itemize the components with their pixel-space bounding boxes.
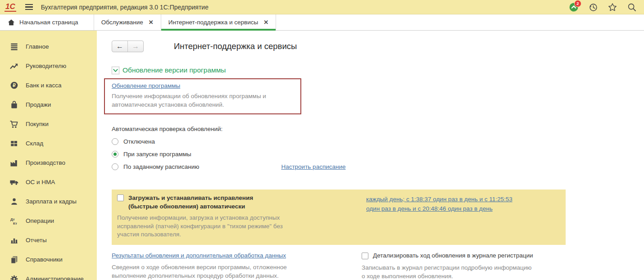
shopping-bag-icon	[9, 100, 19, 109]
shopping-cart-icon	[9, 120, 19, 129]
sidebar-item-label: Справочники	[26, 256, 63, 263]
sidebar-item-rukovoditelyu[interactable]: Руководителю	[0, 56, 97, 76]
collapse-chevron-icon[interactable]	[112, 67, 119, 74]
books-icon	[9, 255, 19, 264]
app-title: Бухгалтерия предприятия, редакция 3.0 1С…	[41, 4, 209, 11]
sidebar-item-pokupki[interactable]: Покупки	[0, 114, 97, 134]
dt-kt-icon: Дт Кт	[9, 217, 19, 226]
tab-label: Интернет-поддержка и сервисы	[168, 19, 258, 26]
trend-up-icon	[9, 62, 19, 71]
checkbox	[117, 194, 124, 201]
auto-check-label: Автоматическая проверка обновлений:	[112, 126, 644, 132]
tab-label: Начальная страница	[19, 19, 78, 26]
sidebar-item-label: Склад	[26, 140, 43, 147]
section-title: Обновление версии программы	[122, 66, 226, 74]
sidebar-item-spravochniki[interactable]: Справочники	[0, 250, 97, 269]
sidebar-item-operacii[interactable]: Дт Кт Операции	[0, 211, 97, 230]
section-panel: Главное Руководителю ₽ Банк и касса	[0, 31, 97, 280]
tab-bar: Начальная страница Обслуживание ✕ Интерн…	[0, 14, 644, 31]
tab-label: Обслуживание	[101, 19, 143, 26]
sidebar-item-proizvodstvo[interactable]: Производство	[0, 153, 97, 172]
person-icon	[9, 197, 19, 206]
1c-logo-icon: 1С	[5, 2, 16, 12]
section-header-update[interactable]: Обновление версии программы	[112, 66, 644, 74]
app-topbar: 1С Бухгалтерия предприятия, редакция 3.0…	[0, 0, 644, 14]
sidebar-item-label: Продажи	[26, 101, 51, 108]
update-program-description: Получение информации об обновлениях прог…	[112, 92, 293, 109]
update-results-link[interactable]: Результаты обновления и дополнительная о…	[112, 252, 286, 259]
tab-home[interactable]: Начальная страница	[0, 14, 94, 30]
bar-chart-icon	[9, 236, 19, 245]
sidebar-item-label: Руководителю	[26, 63, 66, 69]
main-menu-icon[interactable]	[25, 4, 33, 10]
topbar-icons: 2	[569, 2, 644, 12]
sidebar-item-label: Покупки	[26, 121, 49, 127]
radio-button	[112, 151, 118, 158]
sidebar-item-zarplata-i-kadry[interactable]: Зарплата и кадры	[0, 192, 97, 211]
search-icon[interactable]	[627, 2, 637, 12]
sidebar-item-label: Главное	[26, 43, 49, 50]
update-program-link[interactable]: Обновление программы	[112, 82, 180, 89]
back-button[interactable]: ←	[112, 41, 127, 52]
close-icon[interactable]: ✕	[263, 19, 268, 25]
sidebar-item-sklad[interactable]: Склад	[0, 134, 97, 153]
notifications-icon[interactable]: 2	[569, 2, 579, 12]
close-icon[interactable]: ✕	[149, 19, 154, 25]
page-title: Интернет-поддержка и сервисы	[174, 41, 297, 51]
sidebar-item-label: Администрирование	[26, 275, 84, 280]
red-annotation-box: Обновление программы Получение информаци…	[104, 78, 301, 114]
configure-schedule-link[interactable]: Настроить расписание	[281, 163, 345, 170]
update-results-description: Сведения о ходе обновления версии програ…	[112, 263, 362, 280]
grid-icon	[9, 139, 19, 148]
sidebar-item-glavnoe[interactable]: Главное	[0, 37, 97, 56]
sidebar-item-label: Отчеты	[26, 237, 47, 244]
detail-log-description: Записывать в журнал регистрации подробну…	[362, 263, 533, 280]
form-internet-support: ← → Интернет-поддержка и сервисы Обновле…	[97, 31, 644, 280]
svg-text:Кт: Кт	[13, 221, 17, 226]
home-icon	[7, 18, 15, 27]
sidebar-item-otchety[interactable]: Отчеты	[0, 230, 97, 250]
forward-button[interactable]: →	[127, 41, 143, 52]
history-icon[interactable]	[588, 2, 598, 12]
factory-icon	[9, 158, 19, 167]
radio-button	[112, 163, 118, 170]
sidebar-item-label: Производство	[26, 159, 65, 166]
patch-schedule-link[interactable]: каждый день; с 1:38:37 один раз в день и…	[366, 194, 512, 213]
radio-button	[112, 138, 118, 145]
gear-icon	[9, 275, 19, 280]
patch-description: Получение информации, загрузка и установ…	[117, 214, 366, 239]
list-icon	[9, 42, 19, 51]
svg-text:₽: ₽	[13, 83, 16, 88]
sidebar-item-os-i-nma[interactable]: ОС и НМА	[0, 172, 97, 192]
truck-icon	[9, 178, 19, 187]
tab-internet-podderzhka[interactable]: Интернет-поддержка и сервисы ✕	[161, 14, 276, 30]
favorites-star-icon[interactable]	[608, 2, 617, 12]
patch-auto-install-checkbox[interactable]: Загружать и устанавливать исправления (б…	[117, 194, 366, 211]
checkbox	[362, 253, 368, 259]
ruble-coin-icon: ₽	[9, 81, 19, 90]
sidebar-item-label: Зарплата и кадры	[26, 198, 77, 205]
detail-log-checkbox[interactable]: Детализировать ход обновления в журнале …	[362, 252, 533, 259]
notification-badge: 2	[574, 0, 581, 7]
sidebar-item-prodazhi[interactable]: Продажи	[0, 95, 97, 114]
sidebar-item-administrirovanie[interactable]: Администрирование	[0, 269, 97, 280]
radio-option-on-startup[interactable]: При запуске программы	[112, 151, 644, 158]
sidebar-item-label: ОС и НМА	[26, 179, 55, 185]
sidebar-item-label: Банк и касса	[26, 82, 62, 89]
radio-option-disabled[interactable]: Отключена	[112, 138, 644, 145]
tab-obsluzhivanie[interactable]: Обслуживание ✕	[94, 14, 161, 30]
history-nav-buttons: ← →	[112, 41, 144, 52]
radio-option-by-schedule[interactable]: По заданному расписанию Настроить распис…	[112, 163, 644, 170]
sidebar-item-bank-i-kassa[interactable]: ₽ Банк и касса	[0, 76, 97, 95]
sidebar-item-label: Операции	[26, 217, 54, 224]
svg-text:Дт: Дт	[10, 217, 15, 221]
patch-highlight-box: Загружать и устанавливать исправления (б…	[112, 190, 566, 245]
